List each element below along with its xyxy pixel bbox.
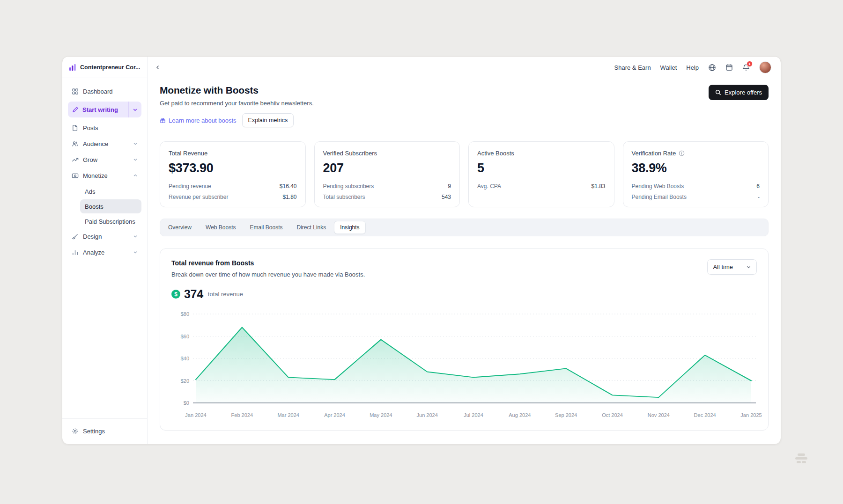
svg-text:May 2024: May 2024 [370,412,392,418]
sidebar-item-label: Dashboard [83,88,113,95]
svg-text:Jul 2024: Jul 2024 [464,412,483,418]
revenue-chart-card: Total revenue from Boosts Break down ove… [160,248,769,431]
stat-card-verified-subscribers: Verified Subscribers 207 Pending subscri… [314,141,460,207]
beehiiv-watermark-logo [792,452,810,469]
stat-card-verification-rate: Verification Rate 38.9% Pending Web Boos… [623,141,769,207]
help-link[interactable]: Help [686,64,699,71]
svg-text:Dec 2024: Dec 2024 [694,412,716,418]
sidebar-item-analyze[interactable]: Analyze [68,245,141,260]
svg-text:Feb 2024: Feb 2024 [231,412,253,418]
workspace-switcher[interactable]: Contentpreneur Cor... [62,57,147,78]
chevron-down-icon [133,157,138,162]
dashboard-icon [72,88,79,95]
chevron-up-icon [133,173,138,178]
sidebar-item-audience[interactable]: Audience [68,136,141,151]
sidebar-item-boosts[interactable]: Boosts [80,199,141,213]
trending-up-icon [72,156,79,163]
page-subtitle: Get paid to recommend your favorite beeh… [160,100,314,107]
brush-icon [72,233,79,240]
total-revenue-label: total revenue [208,291,243,298]
stat-row-value: $16.40 [280,183,297,190]
document-icon [72,124,79,131]
stats-row: Total Revenue $373.90 Pending revenue$16… [160,141,769,207]
stat-title: Active Boosts [477,150,514,157]
svg-text:$80: $80 [181,311,189,317]
page-content: Monetize with Boosts Get paid to recomme… [148,78,781,444]
chevron-down-icon [746,264,751,270]
start-writing-button[interactable]: Start writing [68,102,141,117]
tab-overview[interactable]: Overview [162,221,198,234]
stat-row-label: Revenue per subscriber [169,194,228,200]
calendar-icon[interactable] [725,64,733,71]
total-revenue-value: 374 [184,287,203,301]
svg-text:Jun 2024: Jun 2024 [417,412,438,418]
learn-more-label: Learn more about boosts [169,117,237,124]
stat-row-label: Pending revenue [169,183,211,190]
stat-value: 207 [323,161,451,175]
bell-icon[interactable]: 1 [742,64,750,72]
users-icon [72,140,79,147]
share-earn-link[interactable]: Share & Earn [614,64,651,71]
page-title: Monetize with Boosts [160,85,314,96]
workspace-name: Contentpreneur Cor... [80,64,140,71]
svg-text:Nov 2024: Nov 2024 [648,412,670,418]
gift-icon [160,117,166,124]
sidebar-item-design[interactable]: Design [68,229,141,244]
search-icon [715,89,721,95]
stat-row-value: 6 [756,183,760,190]
sidebar-item-label: Audience [83,140,108,147]
explain-metrics-button[interactable]: Explain metrics [242,113,294,127]
stat-row-label: Pending Email Boosts [632,194,687,200]
sidebar-item-dashboard[interactable]: Dashboard [68,84,141,99]
svg-text:$0: $0 [184,400,189,406]
globe-icon[interactable] [708,64,716,72]
svg-text:Jan 2025: Jan 2025 [740,412,762,418]
sidebar-item-ads[interactable]: Ads [80,184,141,198]
tab-web-boosts[interactable]: Web Boosts [200,221,242,234]
sidebar-item-label: Boosts [85,203,104,210]
info-icon[interactable] [679,150,685,156]
sidebar-item-posts[interactable]: Posts [68,120,141,135]
revenue-card-title: Total revenue from Boosts [171,259,365,267]
sidebar-bottom: Settings [62,418,147,444]
topbar: Share & Earn Wallet Help 1 [148,57,781,78]
stat-value: $373.90 [169,161,297,175]
learn-more-link[interactable]: Learn more about boosts [160,117,237,124]
chevron-down-icon [133,234,138,239]
tab-insights[interactable]: Insights [334,221,365,234]
sidebar-item-monetize[interactable]: Monetize [68,168,141,183]
sidebar-item-label: Posts [83,124,98,131]
gear-icon [72,428,79,435]
svg-text:Apr 2024: Apr 2024 [324,412,345,418]
start-writing-label: Start writing [82,106,118,113]
sidebar-item-label: Grow [83,156,97,163]
start-writing-dropdown[interactable] [128,102,141,117]
sidebar: Contentpreneur Cor... Dashboard Start wr… [62,57,148,444]
svg-text:$40: $40 [181,356,189,361]
stat-title: Total Revenue [169,150,207,157]
svg-text:Jan 2024: Jan 2024 [185,412,206,418]
stat-title: Verification Rate [632,150,676,157]
sidebar-collapse-button[interactable] [152,62,163,73]
time-range-value: All time [713,263,733,270]
stat-card-total-revenue: Total Revenue $373.90 Pending revenue$16… [160,141,306,207]
sidebar-item-settings[interactable]: Settings [68,424,141,438]
chevron-down-icon [133,141,138,146]
tab-direct-links[interactable]: Direct Links [291,221,333,234]
stat-row-value: $1.80 [282,194,296,200]
sidebar-nav: Dashboard Start writing Posts Audience [62,78,147,261]
avatar[interactable] [759,61,771,73]
notification-badge: 1 [747,61,753,67]
time-range-select[interactable]: All time [707,259,757,275]
stat-row-value: 543 [442,194,451,200]
wallet-link[interactable]: Wallet [660,64,677,71]
tab-email-boosts[interactable]: Email Boosts [244,221,289,234]
sidebar-item-grow[interactable]: Grow [68,152,141,167]
sidebar-item-paid-subscriptions[interactable]: Paid Subscriptions [80,214,141,228]
sidebar-item-label: Monetize [83,172,108,179]
explore-offers-label: Explore offers [725,89,762,96]
explore-offers-button[interactable]: Explore offers [709,85,769,100]
stat-row-value: $1.83 [591,183,605,190]
banknote-icon [72,172,79,179]
stat-card-active-boosts: Active Boosts 5 Avg. CPA$1.83 [468,141,614,207]
